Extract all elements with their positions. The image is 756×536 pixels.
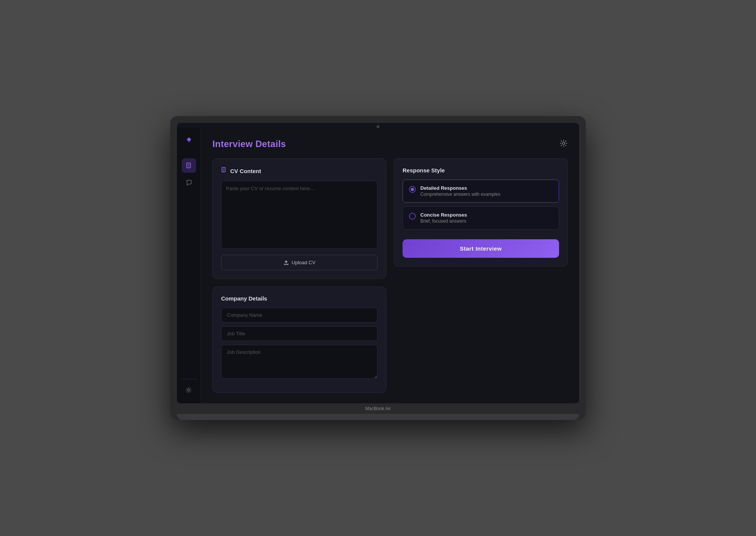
radio-concise	[409, 213, 416, 220]
camera-notch	[376, 125, 380, 128]
main-content: Interview Details	[201, 128, 579, 403]
page-title: Interview Details	[212, 139, 286, 149]
radio-detailed	[409, 186, 416, 193]
sidebar-nav	[182, 158, 196, 375]
sidebar-item-document[interactable]	[182, 158, 196, 173]
cv-textarea[interactable]	[221, 181, 378, 249]
job-title-input[interactable]	[221, 326, 378, 341]
svg-point-13	[562, 142, 565, 144]
right-column: Response Style Detailed Responses Compre…	[394, 158, 568, 393]
option-detailed-text: Detailed Responses Comprehensive answers…	[420, 185, 500, 197]
laptop-base	[177, 414, 579, 420]
company-details-card: Company Details	[212, 287, 386, 393]
device-label: MacBook Air	[177, 403, 579, 414]
svg-line-21	[565, 141, 566, 141]
upload-cv-button[interactable]: Upload CV	[221, 255, 378, 270]
cv-content-card: CV Content Upload CV	[212, 158, 386, 279]
option-concise-text: Concise Responses Brief, focused answers	[420, 212, 467, 224]
two-col-layout: CV Content Upload CV	[212, 158, 568, 393]
svg-line-20	[561, 145, 562, 146]
svg-line-9	[186, 388, 187, 389]
left-column: CV Content Upload CV	[212, 158, 386, 393]
company-card-title: Company Details	[221, 295, 378, 302]
response-style-title: Response Style	[403, 167, 559, 174]
start-interview-button[interactable]: Start Interview	[403, 239, 559, 258]
settings-icon-button[interactable]	[559, 139, 568, 149]
response-option-concise[interactable]: Concise Responses Brief, focused answers	[403, 206, 559, 229]
svg-line-18	[561, 141, 562, 141]
response-style-card: Response Style Detailed Responses Compre…	[394, 158, 568, 266]
sidebar-item-settings-bottom[interactable]	[181, 383, 196, 397]
svg-line-19	[565, 145, 566, 146]
cv-icon	[221, 167, 227, 175]
app-logo	[182, 134, 196, 148]
company-name-input[interactable]	[221, 308, 378, 322]
job-description-textarea[interactable]	[221, 345, 378, 379]
cv-card-title: CV Content	[221, 167, 378, 175]
svg-line-12	[190, 388, 190, 389]
svg-line-11	[186, 392, 187, 392]
svg-line-10	[190, 392, 190, 392]
sidebar	[177, 128, 201, 403]
page-header: Interview Details	[212, 139, 568, 149]
response-option-detailed[interactable]: Detailed Responses Comprehensive answers…	[403, 180, 559, 203]
sidebar-bottom	[181, 375, 197, 397]
svg-point-4	[187, 389, 189, 391]
sidebar-item-chat[interactable]	[182, 176, 196, 190]
